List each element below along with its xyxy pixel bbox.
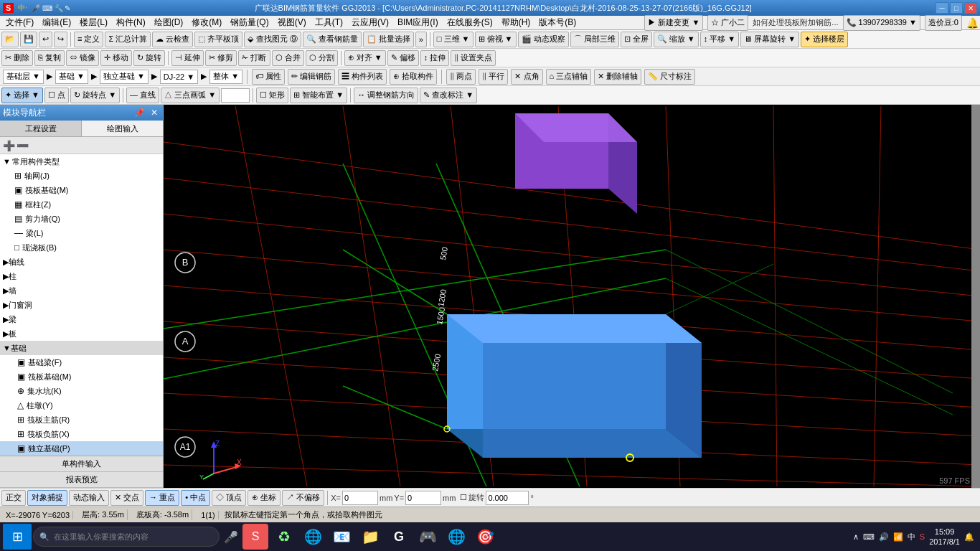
single-input-button[interactable]: 单构件输入 bbox=[0, 456, 163, 472]
vertex-button[interactable]: ◇ 顶点 bbox=[212, 490, 246, 506]
close-button[interactable]: ✕ bbox=[964, 2, 977, 14]
nav-minus-icon[interactable]: ➖ bbox=[17, 140, 29, 151]
pick-component-button[interactable]: ⊕ 拾取构件 bbox=[390, 69, 437, 85]
group-axis[interactable]: ▶ 轴线 bbox=[0, 255, 163, 269]
maximize-button[interactable]: □ bbox=[950, 2, 963, 14]
menu-file[interactable]: 文件(F) bbox=[1, 16, 38, 29]
menu-rebar[interactable]: 钢筋量(Q) bbox=[226, 16, 273, 29]
taskbar-app-2[interactable]: 🌐 bbox=[300, 524, 326, 550]
pan-button[interactable]: ↕ 平移 ▼ bbox=[700, 32, 740, 47]
menu-tools[interactable]: 工具(T) bbox=[311, 16, 347, 29]
mic-icon[interactable]: 🎤 bbox=[224, 530, 238, 544]
volume-icon[interactable]: 🔊 bbox=[879, 532, 889, 542]
taskbar-app-4[interactable]: 📁 bbox=[357, 524, 383, 550]
parallel-button[interactable]: ∥ 平行 bbox=[479, 69, 508, 85]
point-button[interactable]: ☐ 点 bbox=[44, 88, 69, 103]
view-rebar-button[interactable]: 🔍 查看钢筋量 bbox=[303, 32, 362, 47]
merge-button[interactable]: ⬡ 合并 bbox=[272, 50, 304, 66]
nav-item-raft2[interactable]: ▣筏板基础(M) bbox=[0, 369, 163, 384]
grip-button[interactable]: ∥ 设置夹点 bbox=[451, 50, 496, 66]
mirror-button[interactable]: ⇔ 镜像 bbox=[66, 50, 99, 66]
group-common[interactable]: ▼ 常用构件类型 bbox=[0, 154, 163, 169]
menu-cloud[interactable]: 云应用(V) bbox=[347, 16, 393, 29]
rotate-point-button[interactable]: ↻ 旋转点 ▼ bbox=[70, 88, 120, 103]
window-controls[interactable]: ─ □ ✕ bbox=[936, 2, 977, 14]
taskbar-app-g[interactable]: G bbox=[386, 524, 412, 550]
zoom-button[interactable]: 🔍 缩放 ▼ bbox=[654, 32, 699, 47]
taskbar-app-store[interactable]: S bbox=[242, 524, 268, 550]
nav-item-isolated[interactable]: ▣独立基础(P) bbox=[0, 441, 163, 456]
stretch-button[interactable]: ↕ 拉伸 bbox=[420, 50, 450, 66]
three-point-button[interactable]: ⌂ 三点辅轴 bbox=[546, 69, 592, 85]
nav-item-beam[interactable]: —梁(L) bbox=[0, 226, 163, 240]
network-icon[interactable]: 📶 bbox=[893, 532, 903, 542]
nav-add-icon[interactable]: ➕ bbox=[3, 140, 15, 151]
nav-close-button[interactable]: ✕ bbox=[149, 108, 160, 118]
ortho-button[interactable]: 正交 bbox=[1, 490, 26, 506]
menu-floor[interactable]: 楼层(L) bbox=[75, 16, 112, 29]
menu-edit[interactable]: 编辑(E) bbox=[38, 16, 75, 29]
batch-select-button[interactable]: 📋 批量选择 bbox=[363, 32, 414, 47]
nav-pin-button[interactable]: 📌 bbox=[132, 108, 147, 118]
taskbar-app-1[interactable]: ♻ bbox=[271, 524, 297, 550]
rotate-input[interactable] bbox=[486, 491, 529, 505]
save-button[interactable]: 💾 bbox=[20, 32, 37, 47]
adjust-rebar-dir-button[interactable]: ↔ 调整钢筋方向 bbox=[354, 88, 418, 103]
resize-handle[interactable] bbox=[971, 105, 980, 488]
trim-button[interactable]: ✂ 修剪 bbox=[205, 50, 237, 66]
menu-view[interactable]: 视图(V) bbox=[273, 16, 311, 29]
nav-item-column[interactable]: ▦框柱(Z) bbox=[0, 197, 163, 212]
menu-modify[interactable]: 修改(M) bbox=[187, 16, 226, 29]
midpoint-heavy-button[interactable]: → 重点 bbox=[145, 490, 179, 506]
nav-section-setup[interactable]: 工程设置 bbox=[0, 121, 82, 136]
split-button[interactable]: ⬡ 分割 bbox=[306, 50, 338, 66]
price-button[interactable]: 造价豆:0 bbox=[925, 15, 962, 31]
antivirus-icon[interactable]: S bbox=[920, 532, 925, 541]
level-board-button[interactable]: ⬚ 齐平板顶 bbox=[194, 32, 242, 47]
group-col[interactable]: ▶ 柱 bbox=[0, 269, 163, 283]
dynamic-view-button[interactable]: 🎬 动态观察 bbox=[518, 32, 569, 47]
offset-button[interactable]: ✎ 偏移 bbox=[387, 50, 419, 66]
rotate-button[interactable]: ↻ 旋转 bbox=[133, 50, 165, 66]
nav-section-draw[interactable]: 绘图输入 bbox=[82, 121, 163, 136]
nav-item-shearwall[interactable]: ▤剪力墙(Q) bbox=[0, 212, 163, 226]
check-annotation-button[interactable]: ✎ 查改标注 ▼ bbox=[420, 88, 477, 103]
menu-version[interactable]: 版本号(B) bbox=[534, 16, 580, 29]
more-button[interactable]: » bbox=[415, 32, 427, 47]
taskbar-app-3[interactable]: 📧 bbox=[329, 524, 354, 550]
phone-button[interactable]: 📞 13907298339 ▼ bbox=[843, 15, 920, 31]
extend-button[interactable]: ⊣ 延伸 bbox=[171, 50, 204, 66]
type-dropdown[interactable]: 独立基础 ▼ bbox=[100, 70, 149, 84]
open-button[interactable]: 📂 bbox=[1, 32, 19, 47]
nav-item-axis[interactable]: ⊞轴网(J) bbox=[0, 169, 163, 183]
group-opening[interactable]: ▶ 门窗洞 bbox=[0, 298, 163, 312]
minimize-button[interactable]: ─ bbox=[936, 2, 948, 14]
nav-item-pier[interactable]: △柱墩(Y) bbox=[0, 398, 163, 413]
view-dropdown[interactable]: 整体 ▼ bbox=[209, 70, 242, 84]
time-display[interactable]: 15:09 2017/8/1 bbox=[929, 527, 960, 547]
report-preview-button[interactable]: 报表预览 bbox=[0, 472, 163, 488]
coord-button[interactable]: ⊕ 坐标 bbox=[248, 490, 281, 506]
group-wall[interactable]: ▶ 墙 bbox=[0, 283, 163, 298]
nav-item-raft-neg[interactable]: ⊞筏板负筋(X) bbox=[0, 427, 163, 441]
notification-icon[interactable]: 🔔 bbox=[964, 532, 974, 542]
element-dropdown[interactable]: DJ-22 ▼ bbox=[160, 70, 198, 84]
nav-item-raft[interactable]: ▣筏板基础(M) bbox=[0, 183, 163, 197]
menu-bim[interactable]: BIM应用(I) bbox=[393, 16, 443, 29]
top-view-button[interactable]: ⊞ 俯视 ▼ bbox=[475, 32, 517, 47]
midpoint-button[interactable]: • 中点 bbox=[181, 490, 210, 506]
move-button[interactable]: ✛ 移动 bbox=[100, 50, 132, 66]
del-aux-button[interactable]: ✕ 删除辅轴 bbox=[594, 69, 641, 85]
select-button[interactable]: ✦ 选择 ▼ bbox=[1, 88, 43, 103]
dimension-button[interactable]: 📏 尺寸标注 bbox=[644, 69, 695, 85]
align-button[interactable]: ⊕ 对齐 ▼ bbox=[344, 50, 386, 66]
object-snap-button[interactable]: 对象捕捉 bbox=[27, 490, 67, 506]
tray-chevron[interactable]: ∧ bbox=[853, 532, 859, 542]
nav-item-footing-beam[interactable]: ▣基础梁(F) bbox=[0, 355, 163, 369]
start-button[interactable]: ⊞ bbox=[3, 524, 32, 550]
nav-item-pit[interactable]: ⊕集水坑(K) bbox=[0, 384, 163, 398]
fullscreen-button[interactable]: ⊡ 全屏 bbox=[621, 32, 652, 47]
assist-button[interactable]: ☆ 广小二 bbox=[707, 15, 748, 31]
viewport[interactable]: B A A1 500 1200 1500 2500 100 100 500 2 bbox=[164, 105, 980, 488]
angle-button[interactable]: ✕ 点角 bbox=[511, 69, 542, 85]
